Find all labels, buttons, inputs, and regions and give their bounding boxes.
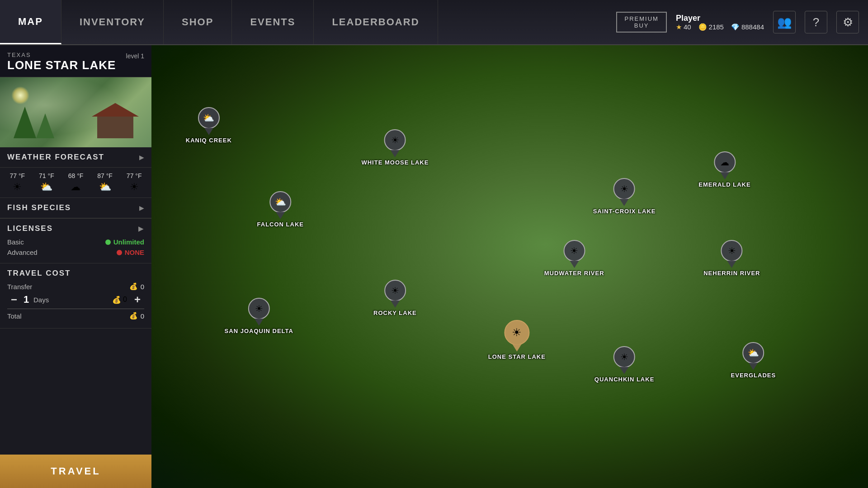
pin-icon-kaniq-creek: ⛅	[203, 113, 214, 123]
weather-icon-3: ⛅	[99, 181, 111, 193]
map-pin-neherrin-river[interactable]: ☀ NEHERRIN RIVER	[703, 240, 760, 277]
settings-button[interactable]: ⚙	[836, 11, 859, 33]
pin-icon-everglades: ⛅	[748, 347, 759, 358]
tab-shop[interactable]: SHOP	[164, 0, 232, 44]
map-pin-emerald-lake[interactable]: ☁ EMERALD LAKE	[698, 151, 750, 188]
pin-bubble-rocky-lake: ☀	[384, 280, 406, 301]
travel-cost-section: TRAVEL COST Transfer 💰 0 − 1 Days 💰 0 +	[0, 263, 151, 328]
pin-icon-san-joaquin-delta: ☀	[255, 303, 263, 314]
pin-label-saint-croix-lake: SAINT-CROIX LAKE	[593, 208, 656, 215]
pin-bubble-white-moose-lake: ☀	[384, 129, 406, 151]
weather-day-3: 87 °F ⛅	[91, 172, 119, 193]
pin-bubble-kaniq-creek: ⛅	[198, 107, 220, 129]
days-number: 1	[21, 294, 32, 305]
transfer-coin-icon: 💰	[129, 282, 138, 291]
license-dot-1	[117, 250, 122, 255]
tab-events[interactable]: EVENTS	[232, 0, 314, 44]
map-pin-quanchkin-lake[interactable]: ☀ QUANCHKIN LAKE	[594, 346, 654, 383]
cabin-roof	[92, 103, 139, 117]
tab-inventory[interactable]: INVENTORY	[61, 0, 164, 44]
days-row: − 1 Days 💰 0 +	[7, 293, 144, 306]
license-name-1: Advanced	[7, 249, 38, 256]
days-minus-button[interactable]: −	[7, 293, 21, 306]
player-level: ★ 40	[676, 23, 691, 31]
help-button[interactable]: ?	[805, 11, 827, 33]
days-cost-amount: 0	[123, 296, 127, 304]
pin-stem-emerald-lake	[720, 172, 729, 179]
days-coin-icon: 💰	[112, 296, 121, 304]
map-pin-everglades[interactable]: ⛅ EVERGLADES	[731, 342, 776, 379]
travel-divider	[7, 309, 144, 309]
pin-bubble-falcon-lake: ⛅	[269, 191, 291, 213]
license-status-1: NONE	[117, 249, 144, 256]
pin-stem-mudwater-river	[570, 261, 579, 268]
licenses-header[interactable]: LICENSES ▶	[7, 224, 144, 233]
pin-label-san-joaquin-delta: SAN JOAQUIN DELTA	[225, 328, 293, 334]
weather-temp-0: 77 °F	[9, 172, 25, 179]
map-pin-rocky-lake[interactable]: ☀ ROCKY LAKE	[373, 280, 417, 316]
pin-icon-rocky-lake: ☀	[391, 285, 399, 296]
map-pin-white-moose-lake[interactable]: ☀ WHITE MOOSE LAKE	[361, 129, 429, 166]
pin-icon-mudwater-river: ☀	[570, 245, 578, 256]
nav-right: PREMIUM BUY Player ★ 40 🪙 2185 💎 888484	[616, 11, 868, 33]
pin-label-mudwater-river: MUDWATER RIVER	[544, 270, 604, 277]
travel-button[interactable]: TRAVEL	[0, 455, 151, 488]
map-pin-saint-croix-lake[interactable]: ☀ SAINT-CROIX LAKE	[593, 178, 656, 215]
days-plus-button[interactable]: +	[131, 293, 144, 306]
map-pin-falcon-lake[interactable]: ⛅ FALCON LAKE	[257, 191, 304, 228]
weather-temp-2: 68 °F	[68, 172, 84, 179]
friends-button[interactable]: 👥	[773, 11, 796, 33]
star-icon: ★	[676, 23, 682, 31]
pin-stem-kaniq-creek	[204, 128, 213, 135]
total-value: 💰 0	[129, 312, 144, 320]
pin-stem-everglades	[749, 363, 758, 370]
transfer-label: Transfer	[7, 283, 43, 291]
fish-title: FISH SPECIES	[7, 203, 71, 212]
license-row-0: Basic Unlimited	[7, 237, 144, 247]
player-info: Player ★ 40 🪙 2185 💎 888484	[676, 14, 764, 31]
map-pin-kaniq-creek[interactable]: ⛅ KANIQ CREEK	[186, 107, 232, 144]
pin-stem-falcon-lake	[276, 212, 285, 219]
pin-bubble-lone-star-lake: ☀	[504, 320, 529, 345]
player-stats: ★ 40 🪙 2185 💎 888484	[676, 23, 764, 31]
licenses-title-text: LICENSES	[7, 224, 53, 233]
location-level: level 1	[126, 52, 144, 60]
transfer-row: Transfer 💰 0	[7, 282, 144, 291]
license-dot-0	[105, 239, 111, 245]
location-header: TEXAS LONE STAR LAKE level 1	[0, 45, 151, 77]
fish-section-header[interactable]: FISH SPECIES ▶	[0, 198, 151, 218]
weather-temp-1: 71 °F	[39, 172, 54, 179]
total-row: Total 💰 0	[7, 312, 144, 320]
licenses-section: LICENSES ▶ Basic Unlimited Advanced NONE	[0, 219, 151, 263]
weather-icon-4: ☀	[130, 181, 139, 193]
weather-temp-4: 77 °F	[127, 172, 142, 179]
pin-bubble-neherrin-river: ☀	[721, 240, 743, 262]
transfer-amount: 0	[141, 283, 144, 291]
total-label: Total	[7, 312, 43, 320]
map-pin-mudwater-river[interactable]: ☀ MUDWATER RIVER	[544, 240, 604, 277]
pin-bubble-san-joaquin-delta: ☀	[248, 298, 270, 319]
player-gems: 💎 888484	[731, 23, 764, 31]
map-pin-san-joaquin-delta[interactable]: ☀ SAN JOAQUIN DELTA	[225, 298, 293, 334]
pin-icon-emerald-lake: ☁	[720, 157, 729, 168]
weather-collapse-arrow: ▶	[139, 154, 144, 161]
map-pin-lone-star-lake[interactable]: ☀ LONE STAR LAKE	[488, 320, 546, 360]
premium-button[interactable]: PREMIUM BUY	[616, 12, 666, 33]
player-coins: 🪙 2185	[698, 23, 724, 31]
pin-icon-saint-croix-lake: ☀	[620, 183, 628, 194]
tab-leaderboard[interactable]: LEADERBOARD	[314, 0, 438, 44]
license-status-text-1: NONE	[125, 249, 144, 256]
pin-stem-neherrin-river	[727, 261, 736, 268]
gem-icon: 💎	[731, 23, 740, 31]
pin-label-kaniq-creek: KANIQ CREEK	[186, 137, 232, 144]
fish-section: FISH SPECIES ▶	[0, 198, 151, 219]
weather-section-header[interactable]: WEATHER FORECAST ▶	[0, 147, 151, 168]
map-area: ⛅ KANIQ CREEK ☀ WHITE MOOSE LAKE ⛅ FALCO…	[151, 45, 868, 488]
pin-stem-san-joaquin-delta	[255, 319, 264, 326]
total-amount: 0	[141, 312, 144, 320]
pin-label-everglades: EVERGLADES	[731, 372, 776, 379]
travel-cost-title: TRAVEL COST	[7, 269, 144, 278]
tab-map[interactable]: MAP	[0, 0, 61, 44]
licenses-collapse-arrow: ▶	[138, 225, 144, 232]
pin-icon-neherrin-river: ☀	[728, 245, 736, 256]
